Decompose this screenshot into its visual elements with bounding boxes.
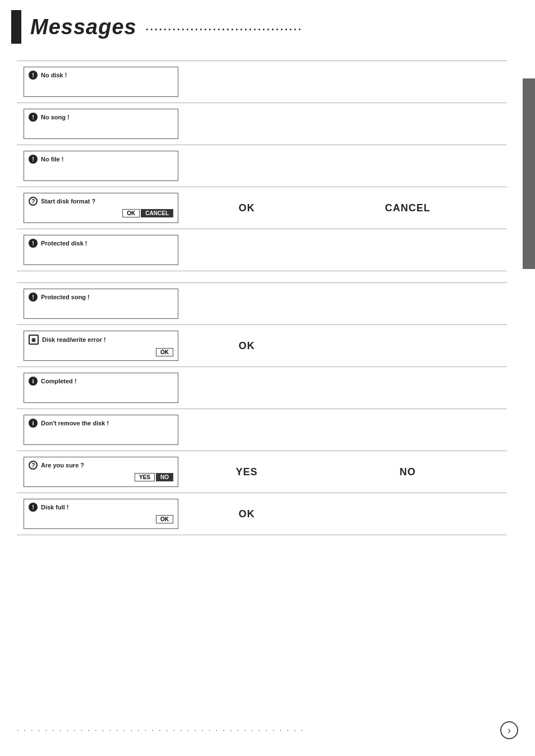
- msg-box-no-disk: ! No disk !: [24, 67, 178, 97]
- msg-row-content: ! No file !: [29, 155, 173, 164]
- msg-text-protected-disk: Protected disk !: [41, 240, 87, 247]
- message-row-disk-read-write-error: ▦ Disk read/write error ! OK OK: [17, 325, 507, 367]
- msg-row-content: ! No disk !: [29, 71, 173, 80]
- msg-box-disk-read-write-error: ▦ Disk read/write error ! OK: [24, 331, 178, 361]
- footer-arrow-icon: ›: [508, 725, 511, 736]
- message-row-dont-remove-disk: i Don't remove the disk !: [17, 409, 507, 451]
- footer-dots: · · · · · · · · · · · · · · · · · · · · …: [17, 726, 305, 734]
- message-row-no-file: ! No file !: [17, 145, 507, 187]
- page-title: Messages ...............................…: [30, 15, 303, 39]
- msg-display-protected-disk: ! Protected disk !: [17, 229, 185, 271]
- msg-text-dont-remove-disk: Don't remove the disk !: [41, 420, 109, 426]
- msg-text-no-file: No file !: [41, 156, 63, 163]
- warning-icon: !: [29, 113, 38, 122]
- msg-text-are-you-sure: Are you sure ?: [41, 462, 84, 469]
- warning-icon: !: [29, 239, 38, 248]
- msg-action1-dont-remove-disk: [185, 409, 308, 451]
- message-row-protected-disk: ! Protected disk !: [17, 229, 507, 271]
- msg-display-no-song: ! No song !: [17, 103, 185, 145]
- question-icon: ?: [29, 461, 38, 470]
- msg-action1-completed: [185, 367, 308, 409]
- msg-box-are-you-sure: ? Are you sure ? YESNO: [24, 457, 178, 487]
- msg-text-start-disk-format: Start disk format ?: [41, 198, 95, 205]
- page-footer: · · · · · · · · · · · · · · · · · · · · …: [17, 721, 518, 739]
- warning-icon: !: [29, 293, 38, 302]
- msg-btn-ok[interactable]: OK: [156, 515, 173, 523]
- msg-action2-no-disk: [308, 61, 507, 103]
- msg-box-completed: i Completed !: [24, 373, 178, 403]
- msg-row-content: i Don't remove the disk !: [29, 419, 173, 428]
- msg-action2-disk-read-write-error: [308, 325, 507, 367]
- msg-action2-are-you-sure: NO: [308, 451, 507, 493]
- msg-display-protected-song: ! Protected song !: [17, 283, 185, 325]
- header-accent-bar: [11, 10, 21, 44]
- msg-box-protected-disk: ! Protected disk !: [24, 235, 178, 265]
- msg-row-content: ! Disk full !: [29, 503, 173, 512]
- msg-row-content: ! Protected disk !: [29, 239, 173, 248]
- page-header: Messages ...............................…: [0, 0, 535, 49]
- title-text: Messages: [30, 15, 137, 39]
- msg-btn-cancel[interactable]: CANCEL: [141, 209, 173, 217]
- msg-box-start-disk-format: ? Start disk format ? OKCANCEL: [24, 193, 178, 223]
- msg-row-content: i Completed !: [29, 377, 173, 386]
- message-row-completed: i Completed !: [17, 367, 507, 409]
- msg-display-start-disk-format: ? Start disk format ? OKCANCEL: [17, 187, 185, 229]
- msg-display-are-you-sure: ? Are you sure ? YESNO: [17, 451, 185, 493]
- msg-action1-disk-full: OK: [185, 493, 308, 535]
- msg-box-disk-full: ! Disk full ! OK: [24, 499, 178, 529]
- main-content: ! No disk ! ! No song ! ! No file ! ? St…: [0, 55, 535, 541]
- question-icon: ?: [29, 197, 38, 206]
- footer-nav-circle[interactable]: ›: [500, 721, 518, 739]
- msg-box-dont-remove-disk: i Don't remove the disk !: [24, 415, 178, 445]
- warning-icon: !: [29, 503, 38, 512]
- msg-box-protected-song: ! Protected song !: [24, 289, 178, 319]
- right-sidebar-accent: [523, 78, 535, 269]
- msg-action2-completed: [308, 367, 507, 409]
- msg-box-no-file: ! No file !: [24, 151, 178, 181]
- msg-text-completed: Completed !: [41, 378, 77, 384]
- msg-row-content: ▦ Disk read/write error !: [29, 335, 173, 345]
- msg-text-disk-full: Disk full !: [41, 504, 69, 511]
- warning-icon: !: [29, 71, 38, 80]
- msg-action1-protected-song: [185, 283, 308, 325]
- msg-action1-no-file: [185, 145, 308, 187]
- msg-text-no-song: No song !: [41, 114, 70, 120]
- msg-display-dont-remove-disk: i Don't remove the disk !: [17, 409, 185, 451]
- msg-text-no-disk: No disk !: [41, 72, 67, 78]
- msg-row-content: ? Are you sure ?: [29, 461, 173, 470]
- msg-display-no-file: ! No file !: [17, 145, 185, 187]
- msg-text-disk-read-write-error: Disk read/write error !: [42, 336, 106, 343]
- msg-btn-ok[interactable]: OK: [122, 209, 140, 217]
- header-dots: ...................................: [146, 21, 303, 33]
- msg-row-content: ? Start disk format ?: [29, 197, 173, 206]
- msg-box-no-song: ! No song !: [24, 109, 178, 139]
- msg-row-content: ! Protected song !: [29, 293, 173, 302]
- info-icon: i: [29, 419, 38, 428]
- msg-action2-disk-full: [308, 493, 507, 535]
- msg-display-completed: i Completed !: [17, 367, 185, 409]
- msg-action2-start-disk-format: CANCEL: [308, 187, 507, 229]
- message-row-no-disk: ! No disk !: [17, 61, 507, 103]
- msg-display-disk-read-write-error: ▦ Disk read/write error ! OK: [17, 325, 185, 367]
- msg-display-disk-full: ! Disk full ! OK: [17, 493, 185, 535]
- msg-row-content: ! No song !: [29, 113, 173, 122]
- msg-action1-no-disk: [185, 61, 308, 103]
- msg-display-no-disk: ! No disk !: [17, 61, 185, 103]
- msg-btn-ok[interactable]: OK: [156, 348, 173, 356]
- message-row-no-song: ! No song !: [17, 103, 507, 145]
- msg-action2-no-file: [308, 145, 507, 187]
- msg-action1-disk-read-write-error: OK: [185, 325, 308, 367]
- msg-action1-no-song: [185, 103, 308, 145]
- info-icon: i: [29, 377, 38, 386]
- message-row-disk-full: ! Disk full ! OK OK: [17, 493, 507, 535]
- msg-action2-protected-song: [308, 283, 507, 325]
- message-row-protected-song: ! Protected song !: [17, 283, 507, 325]
- msg-btn-yes[interactable]: YES: [135, 473, 155, 481]
- message-row-start-disk-format: ? Start disk format ? OKCANCEL OKCANCEL: [17, 187, 507, 229]
- msg-btn-no[interactable]: NO: [156, 473, 173, 481]
- msg-action2-dont-remove-disk: [308, 409, 507, 451]
- disk-icon: ▦: [29, 335, 39, 345]
- msg-action2-no-song: [308, 103, 507, 145]
- messages-table: ! No disk ! ! No song ! ! No file ! ? St…: [17, 61, 507, 535]
- msg-action1-start-disk-format: OK: [185, 187, 308, 229]
